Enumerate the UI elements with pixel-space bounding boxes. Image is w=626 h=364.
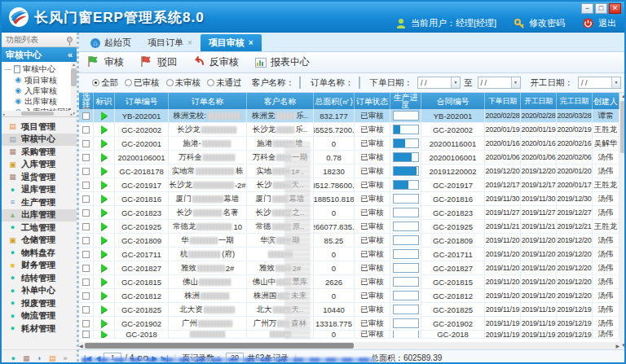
row-checkbox[interactable]	[82, 209, 90, 217]
dot-icon[interactable]: ●	[11, 354, 15, 362]
tab-起始页[interactable]: ⌂起始页	[82, 34, 139, 51]
radio-icon[interactable]	[92, 79, 99, 86]
scroll-down-icon[interactable]: ▼	[619, 342, 626, 349]
row-checkbox[interactable]	[82, 251, 90, 258]
row-checkbox[interactable]	[82, 154, 90, 161]
table-row[interactable]: GC-201823长沙名著长沙之..0已审核GC-2018232019/11/2…	[79, 206, 619, 220]
sidebar-item-退货管理[interactable]: ▦退货管理	[2, 171, 77, 184]
table-row[interactable]: GC-2018178实地常栋实地1#..18230已审核201912200022…	[79, 164, 619, 178]
tree-horizontal-scrollbar[interactable]: ◂ ▸	[2, 111, 73, 116]
sidebar-item-采购管理[interactable]: ▦采购管理	[2, 146, 77, 159]
scroll-up-icon[interactable]: ▲	[619, 93, 626, 100]
sidebar-item-工地管理[interactable]: ●工地管理	[2, 221, 77, 235]
toolbar-驳回-button[interactable]: 驳回	[140, 55, 177, 70]
tree-item-出库审核[interactable]: 出库审核	[4, 96, 70, 107]
chevron-down-icon[interactable]: ▼	[611, 77, 620, 88]
sidebar-item-审核中心[interactable]: ▤审核中心	[2, 134, 77, 147]
radio-全部[interactable]: 全部	[86, 77, 118, 89]
scroll-thumb[interactable]	[21, 112, 54, 116]
sidebar-item-物料盘存[interactable]: ●物料盘存	[2, 247, 77, 260]
scroll-up-icon[interactable]: ▲	[71, 62, 77, 68]
column-header-总面积(㎡)[interactable]: 总面积(㎡)	[314, 93, 355, 109]
table-row[interactable]: GC-201917长沙龙-2#长沙天..8512.78600..已审核GC-20…	[79, 178, 619, 192]
order-name-input[interactable]	[359, 77, 360, 89]
row-checkbox[interactable]	[82, 237, 90, 244]
column-header-生产进度[interactable]: 生产进度	[390, 93, 421, 109]
chevron-down-icon[interactable]: ▼	[511, 77, 520, 88]
sidebar-group-bar[interactable]: 审核中心 «	[2, 47, 77, 62]
sidebar-item-报废管理[interactable]: ●报废管理	[2, 297, 77, 310]
radio-未通过[interactable]: 未通过	[201, 77, 242, 89]
sidebar-item-项目管理[interactable]: ▤项目管理	[2, 121, 77, 134]
tree-root-audit-center[interactable]: — 审核中心	[4, 64, 70, 75]
row-checkbox[interactable]	[82, 331, 90, 338]
scroll-thumb[interactable]	[71, 68, 77, 86]
table-row[interactable]: GC-201711杭(府)0已审核GC-2017112019/11/202019…	[79, 248, 619, 261]
chevron-down-icon[interactable]: ▼	[451, 77, 460, 88]
table-row[interactable]: GC-201825北大资北大天..10440已审核GC-2018252019/1…	[79, 303, 619, 317]
row-checkbox[interactable]	[82, 182, 90, 189]
sidebar-item-入库管理[interactable]: ▣入库管理	[2, 159, 77, 172]
column-header-订单名称[interactable]: 订单名称	[169, 93, 247, 109]
table-row[interactable]: GC-201902广州广州万森林13318.775已审核GC-201902201…	[79, 317, 619, 331]
tree-collapse-icon[interactable]: —	[4, 65, 11, 73]
doc-orange-icon[interactable]: ▤	[49, 354, 56, 362]
tab-项目订单[interactable]: 项目订单×	[139, 34, 201, 51]
column-header-下单日期[interactable]: 下单日期	[485, 93, 521, 109]
table-row[interactable]: GC-201812株洲株洲国未来0已审核GC-2018122019/11/202…	[79, 289, 619, 303]
sidebar-item-物流管理[interactable]: ●物流管理	[2, 310, 77, 323]
tree-item-项目审核[interactable]: 项目审核	[4, 75, 70, 86]
row-checkbox[interactable]	[82, 306, 90, 314]
toolbar-报表中心-button[interactable]: 报表中心	[255, 55, 310, 69]
sidebar-item-补单中心[interactable]: ●补单中心	[2, 285, 77, 298]
scroll-left-icon[interactable]: ◂	[2, 112, 5, 116]
column-header-合同编号[interactable]: 合同编号	[421, 93, 485, 109]
scroll-right-icon[interactable]: ▸	[70, 112, 73, 116]
radio-icon[interactable]	[207, 79, 214, 86]
column-header-创建人[interactable]: 创建人	[593, 93, 619, 109]
radio-icon[interactable]	[166, 79, 174, 86]
table-row[interactable]: GC-201815佛山佛山中景库2626已审核GC-2018152019/11/…	[79, 275, 619, 289]
table-row[interactable]: GC-201827雅致2#雅致2#0已审核GC-2018272019/11/20…	[79, 261, 619, 275]
scroll-left-icon[interactable]: ◀	[79, 343, 83, 349]
row-checkbox[interactable]	[82, 320, 90, 327]
scroll-thumb[interactable]	[85, 343, 354, 349]
leaf-icon[interactable]: ◗	[37, 354, 41, 362]
sidebar-item-结转管理[interactable]: ●结转管理	[2, 272, 77, 285]
row-checkbox[interactable]	[82, 223, 90, 230]
tab-项目审核[interactable]: 项目审核×	[201, 34, 262, 51]
row-checkbox[interactable]	[82, 140, 90, 147]
column-header-客户名称[interactable]: 客户名称	[247, 93, 314, 109]
start-date-picker[interactable]: / /▼	[578, 77, 621, 89]
sidebar-item-出库管理[interactable]: ▲出库管理	[2, 209, 77, 222]
sidebar-item-生产管理[interactable]: ≡生产管理	[2, 196, 77, 209]
table-row[interactable]: GC-201809华一期华滨期85.25已审核GC-2018092019/11/…	[79, 234, 619, 248]
maximize-button[interactable]: □	[595, 3, 607, 14]
close-button[interactable]: ✕	[609, 3, 621, 14]
order-date-to-picker[interactable]: / /▼	[478, 77, 521, 89]
more-icon[interactable]: »	[63, 354, 67, 362]
row-checkbox[interactable]	[82, 265, 90, 272]
column-header-完工日期[interactable]: 完工日期	[557, 93, 593, 109]
column-header-开工日期[interactable]: 开工日期	[521, 93, 557, 109]
sidebar-item-仓储管理[interactable]: ▣仓储管理	[2, 235, 77, 248]
radio-已审核[interactable]: 已审核	[118, 77, 160, 89]
logout-button[interactable]: 退出	[598, 17, 616, 29]
table-row[interactable]: GC-201816厦门幕墙厦门幕墙188510.818已审核GC-2018162…	[79, 192, 619, 206]
pin-icon[interactable]	[67, 37, 73, 42]
row-checkbox[interactable]	[82, 292, 90, 300]
collapse-icon[interactable]: «	[68, 47, 73, 62]
scroll-thumb[interactable]	[620, 101, 626, 153]
table-row[interactable]: GC-201925常德龙10常德原..266077.835..已审核GC-201…	[79, 220, 619, 234]
table-row[interactable]: GC-20180已审核GC-20182019/11/192019/11/1920…	[79, 331, 619, 339]
change-password-button[interactable]: 修改密码	[529, 17, 565, 29]
column-header-标识[interactable]: 标识	[94, 93, 115, 109]
minimize-button[interactable]: −	[581, 3, 593, 14]
row-checkbox[interactable]	[82, 195, 90, 203]
column-header-订单状态[interactable]: 订单状态	[355, 93, 390, 109]
tree-item-入库审核[interactable]: 入库审核	[4, 86, 70, 96]
table-row[interactable]: GC-202002长沙龙长沙龙乐..65525.7200..已审核GC-2020…	[79, 123, 619, 137]
vertical-scrollbar[interactable]: ▲ ▼	[619, 93, 626, 349]
row-checkbox[interactable]	[82, 278, 90, 286]
row-checkbox[interactable]	[82, 168, 90, 175]
